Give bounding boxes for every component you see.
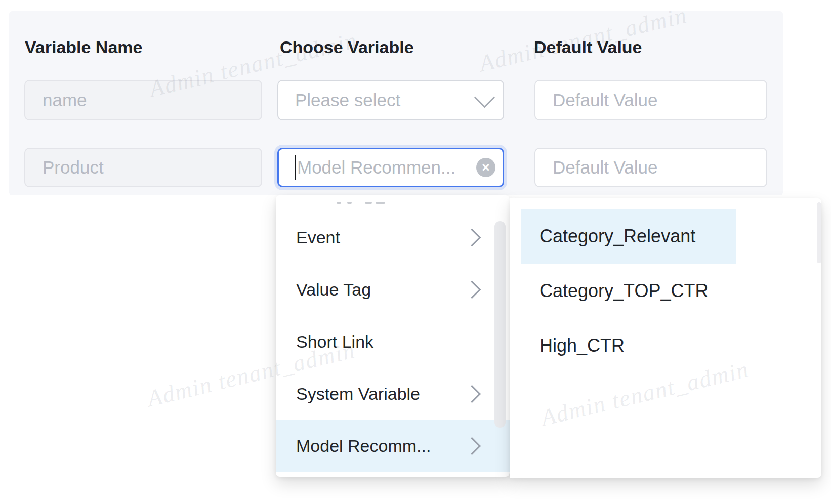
select-placeholder: Please select xyxy=(295,90,477,110)
chevron-right-icon xyxy=(463,385,481,403)
dropdown-item-short-link[interactable]: Short Link xyxy=(276,316,510,368)
clear-icon[interactable]: × xyxy=(476,158,495,177)
submenu-item-high-ctr[interactable]: High_CTR xyxy=(510,318,821,373)
dropdown-item-event[interactable]: Event xyxy=(276,212,510,264)
select-value: Model Recommen... xyxy=(297,157,476,178)
column-header-choose-variable: Choose Variable xyxy=(280,37,414,57)
submenu-item-category-relevant[interactable]: Category_Relevant xyxy=(521,209,736,264)
choose-variable-dropdown: Event Value Tag Short Link System Variab… xyxy=(276,195,510,477)
screen: Variable Name Choose Variable Default Va… xyxy=(0,0,831,504)
chevron-right-icon xyxy=(463,229,481,246)
chevron-right-icon xyxy=(463,281,481,299)
variable-name-input-row1[interactable] xyxy=(24,80,262,120)
dropdown-item-model-recommend[interactable]: Model Recomm... xyxy=(276,420,510,472)
choose-variable-submenu: Category_Relevant Category_TOP_CTR High_… xyxy=(510,198,821,478)
choose-variable-select-row2[interactable]: Model Recommen... × xyxy=(277,148,504,187)
dropdown-scrollbar-thumb[interactable] xyxy=(494,221,506,428)
default-value-input-row1[interactable] xyxy=(534,80,767,120)
variable-name-input-row2[interactable] xyxy=(24,148,262,187)
column-header-variable-name: Variable Name xyxy=(25,37,142,57)
chevron-down-icon xyxy=(474,87,495,108)
submenu-scrollbar-thumb[interactable] xyxy=(817,202,821,263)
variable-form-panel: Variable Name Choose Variable Default Va… xyxy=(9,11,783,195)
submenu-item-category-top-ctr[interactable]: Category_TOP_CTR xyxy=(510,264,821,318)
chevron-right-icon xyxy=(463,437,481,455)
dropdown-item-system-variable[interactable]: System Variable xyxy=(276,368,510,420)
choose-variable-select-row1[interactable]: Please select xyxy=(277,80,504,120)
dropdown-item-value-tag[interactable]: Value Tag xyxy=(276,264,510,316)
text-cursor xyxy=(295,155,296,180)
column-header-default-value: Default Value xyxy=(534,37,642,57)
default-value-input-row2[interactable] xyxy=(534,148,767,187)
